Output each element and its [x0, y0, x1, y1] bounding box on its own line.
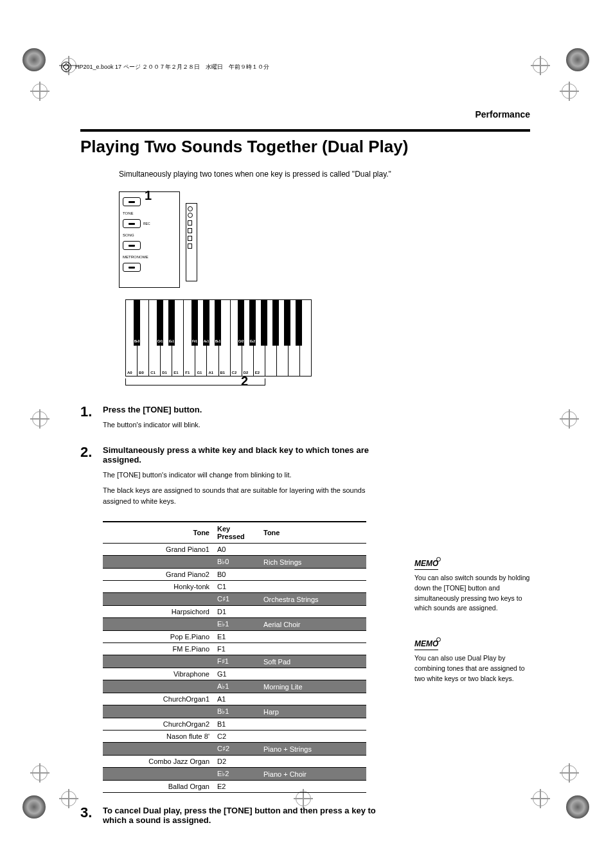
- table-cell: C1: [213, 581, 260, 593]
- table-row: Nason flute 8'C2: [103, 731, 366, 743]
- memo-text: You can also switch sounds by holding do…: [414, 573, 530, 614]
- step-3: 3. To cancel Dual play, press the [TONE]…: [80, 806, 389, 830]
- table-header-key: Key Pressed: [213, 522, 260, 544]
- table-row: HarpsichordD1: [103, 606, 366, 618]
- table-cell: Soft Pad: [260, 655, 366, 668]
- table-cell: [260, 693, 366, 705]
- step-text: The button's indicator will blink.: [103, 420, 389, 430]
- print-corner-icon: [22, 48, 47, 73]
- tone-label: TONE: [123, 211, 176, 215]
- rec-label: REC: [143, 222, 150, 226]
- table-cell: Piano + Strings: [260, 743, 366, 756]
- table-cell: [260, 643, 366, 655]
- table-row: B♭1Harp: [103, 705, 366, 718]
- horizontal-rule: [80, 129, 530, 132]
- memo-label: MEMO: [414, 559, 438, 570]
- black-key: E♭1: [168, 299, 175, 346]
- key-label: G1: [197, 371, 202, 375]
- table-cell: E♭2: [213, 768, 260, 781]
- table-header-tone2: Tone: [260, 522, 366, 544]
- table-row: ChurchOrgan1A1: [103, 693, 366, 705]
- key-label: B♭1: [215, 339, 221, 343]
- step-heading: Simultaneously press a white key and bla…: [103, 445, 389, 465]
- table-row: C♯1Orchestra Strings: [103, 593, 366, 606]
- crop-mark-icon: [32, 84, 51, 103]
- memo-box-2: MEMO You can also use Dual Play by combi…: [414, 639, 530, 684]
- figure-callout-2: 2: [241, 374, 248, 389]
- section-header: Performance: [80, 109, 530, 120]
- table-cell: Grand Piano1: [103, 544, 213, 556]
- table-cell: A0: [213, 544, 260, 556]
- step-text: The black keys are assigned to sounds th…: [103, 485, 389, 506]
- control-panel-diagram: TONE REC SONG METRONOME: [119, 191, 180, 288]
- key-label: E♭2: [249, 339, 256, 343]
- table-row: C♯2Piano + Strings: [103, 743, 366, 756]
- step-number: 3.: [80, 806, 103, 830]
- step-text: The [TONE] button's indicator will chang…: [103, 470, 389, 481]
- table-cell: [103, 680, 213, 693]
- crop-mark-icon: [32, 411, 51, 430]
- black-key: [296, 299, 302, 346]
- table-row: Grand Piano2B0: [103, 569, 366, 581]
- crop-mark-icon: [533, 791, 552, 810]
- crop-mark-icon: [61, 791, 80, 810]
- key-label: C♯2: [238, 339, 244, 343]
- intro-text: Simultaneously playing two tones when on…: [119, 170, 530, 179]
- print-corner-icon: [566, 48, 591, 73]
- key-label: A♭1: [203, 339, 209, 343]
- table-cell: [260, 544, 366, 556]
- table-cell: Harp: [260, 705, 366, 718]
- table-row: Ballad OrganE2: [103, 781, 366, 793]
- table-cell: E♭1: [213, 618, 260, 631]
- table-cell: Rich Strings: [260, 556, 366, 569]
- key-label: B♭0: [134, 339, 140, 343]
- table-row: Pop E.PianoE1: [103, 631, 366, 643]
- key-label: E♭1: [168, 339, 175, 343]
- table-row: Combo Jazz OrganD2: [103, 756, 366, 768]
- table-row: Grand Piano1A0: [103, 544, 366, 556]
- table-cell: F♯1: [213, 655, 260, 668]
- key-label: E1: [173, 371, 178, 375]
- table-row: VibraphoneG1: [103, 668, 366, 680]
- table-cell: Aerial Choir: [260, 618, 366, 631]
- table-cell: Ballad Organ: [103, 781, 213, 793]
- step-1: 1. Press the [TONE] button. The button's…: [80, 405, 389, 436]
- header-note-text: HP201_e.book 17 ページ ２００７年２月２８日 水曜日 午前９時１…: [75, 63, 269, 71]
- figure-callout-1: 1: [145, 188, 152, 203]
- table-cell: Orchestra Strings: [260, 593, 366, 606]
- table-row: F♯1Soft Pad: [103, 655, 366, 668]
- table-cell: [103, 705, 213, 718]
- black-key: [261, 299, 267, 346]
- step-number: 1.: [80, 405, 103, 436]
- step-heading: To cancel Dual play, press the [TONE] bu…: [103, 806, 389, 825]
- table-cell: [260, 731, 366, 743]
- indicator-strip: [186, 203, 197, 281]
- table-row: E♭2Piano + Choir: [103, 768, 366, 781]
- key-label: B1: [220, 371, 226, 375]
- table-cell: Morning Lite: [260, 680, 366, 693]
- table-cell: A1: [213, 693, 260, 705]
- table-cell: [260, 631, 366, 643]
- crop-mark-icon: [562, 84, 581, 103]
- step-heading: Press the [TONE] button.: [103, 405, 389, 414]
- black-key: C♯2: [238, 299, 244, 346]
- table-cell: E2: [213, 781, 260, 793]
- song-label: SONG: [123, 233, 176, 237]
- crop-mark-icon: [533, 58, 552, 77]
- black-key: [284, 299, 290, 346]
- table-cell: E1: [213, 631, 260, 643]
- table-row: Honky-tonkC1: [103, 581, 366, 593]
- crop-mark-icon: [562, 411, 581, 430]
- key-label: F1: [185, 371, 190, 375]
- table-cell: [103, 556, 213, 569]
- table-cell: B♭1: [213, 705, 260, 718]
- key-label: C♯1: [157, 339, 163, 343]
- key-label: D1: [162, 371, 167, 375]
- memo-box-1: MEMO You can also switch sounds by holdi…: [414, 559, 530, 614]
- table-cell: A♭1: [213, 680, 260, 693]
- print-corner-icon: [22, 795, 47, 820]
- table-row: A♭1Morning Lite: [103, 680, 366, 693]
- step-number: 2.: [80, 445, 103, 512]
- table-cell: D1: [213, 606, 260, 618]
- table-cell: F1: [213, 643, 260, 655]
